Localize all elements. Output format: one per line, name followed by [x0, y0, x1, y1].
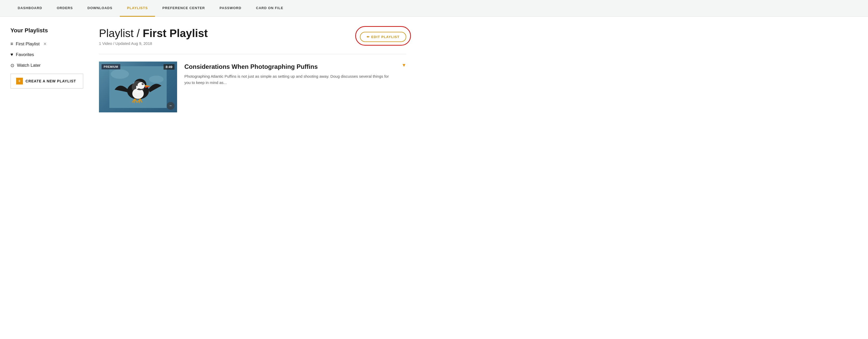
breadcrumb-prefix: Playlist /: [99, 27, 143, 39]
sidebar-item-favorites[interactable]: ♥ Favorites: [10, 52, 83, 57]
create-playlist-label: CREATE A NEW PLAYLIST: [26, 79, 76, 83]
expand-icon[interactable]: ▼: [402, 63, 406, 68]
edit-playlist-label: EDIT PLAYLIST: [371, 35, 400, 39]
main-container: Your Playlists ≡ First Playlist ✕ ♥ Favo…: [0, 17, 417, 123]
clock-icon: ⊙: [10, 63, 14, 68]
remove-button[interactable]: −: [167, 102, 175, 110]
sidebar: Your Playlists ≡ First Playlist ✕ ♥ Favo…: [10, 27, 83, 112]
video-title[interactable]: Considerations When Photographing Puffin…: [184, 63, 394, 71]
edit-playlist-button[interactable]: ✏ EDIT PLAYLIST: [360, 32, 406, 42]
video-thumbnail[interactable]: PREMIUM 8:49 ▶ −: [99, 61, 177, 112]
create-playlist-button[interactable]: + CREATE A NEW PLAYLIST: [10, 74, 83, 89]
sidebar-item-first-playlist[interactable]: ≡ First Playlist ✕: [10, 41, 83, 47]
playlist-heading: Playlist / First Playlist 1 Video / Upda…: [99, 27, 208, 52]
nav-card-on-file[interactable]: CARD ON FILE: [249, 0, 291, 17]
content-header: Playlist / First Playlist 1 Video / Upda…: [99, 27, 406, 52]
svg-point-2: [149, 76, 163, 83]
playlist-name-favorites: Favorites: [16, 52, 34, 57]
video-card-right: ▼: [402, 61, 406, 68]
playlist-name-watch-later: Watch Later: [17, 63, 41, 68]
video-info: Considerations When Photographing Puffin…: [184, 61, 394, 86]
duration-badge: 8:49: [163, 64, 175, 69]
playlist-name-first: First Playlist: [16, 41, 40, 47]
heart-icon: ♥: [10, 52, 13, 57]
pencil-icon: ✏: [367, 35, 370, 39]
list-icon: ≡: [10, 41, 13, 47]
video-card: PREMIUM 8:49 ▶ − Considerations When Pho…: [99, 61, 406, 112]
nav-dashboard[interactable]: DASHBOARD: [10, 0, 50, 17]
playlist-title: Playlist / First Playlist: [99, 27, 208, 40]
sidebar-title: Your Playlists: [10, 27, 83, 34]
nav-downloads[interactable]: DOWNLOADS: [80, 0, 120, 17]
top-navigation: DASHBOARD ORDERS DOWNLOADS PLAYLISTS PRE…: [0, 0, 868, 17]
nav-preference-center[interactable]: PREFERENCE CENTER: [155, 0, 212, 17]
sidebar-item-watch-later[interactable]: ⊙ Watch Later: [10, 63, 83, 68]
playlist-name-heading: First Playlist: [143, 27, 208, 39]
play-button[interactable]: ▶: [132, 81, 144, 93]
playlist-meta: 1 Video / Updated Aug 9, 2018: [99, 41, 208, 46]
divider: [99, 54, 406, 54]
plus-icon: +: [16, 78, 23, 84]
nav-playlists[interactable]: PLAYLISTS: [120, 0, 155, 17]
content-area: Playlist / First Playlist 1 Video / Upda…: [99, 27, 406, 112]
close-icon[interactable]: ✕: [43, 41, 46, 47]
nav-password[interactable]: PASSWORD: [212, 0, 249, 17]
video-description: Photographing Atlantic Puffins is not ju…: [184, 73, 394, 86]
svg-point-1: [111, 69, 129, 79]
premium-badge: PREMIUM: [101, 64, 120, 69]
nav-orders[interactable]: ORDERS: [50, 0, 80, 17]
edit-button-wrapper: ✏ EDIT PLAYLIST: [360, 30, 406, 42]
